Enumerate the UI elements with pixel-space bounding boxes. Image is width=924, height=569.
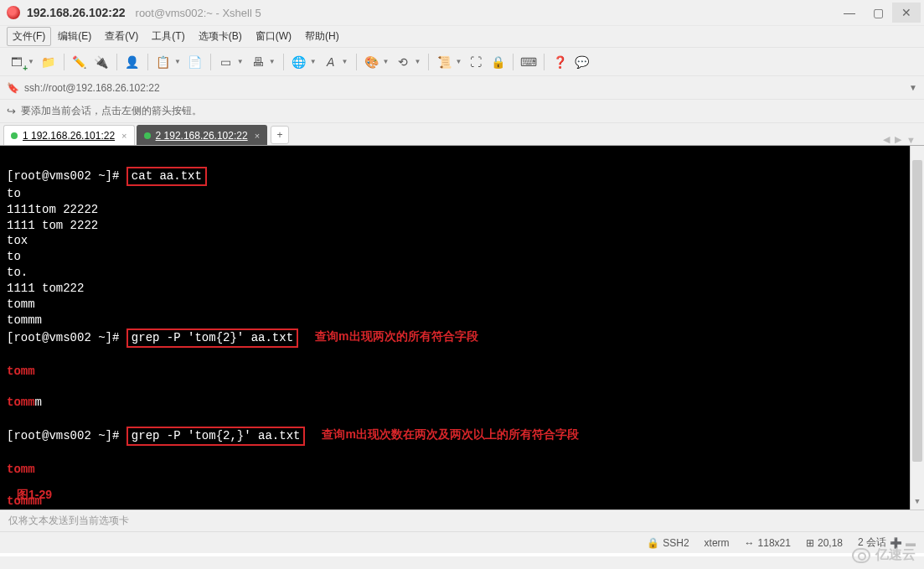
menu-window[interactable]: 窗口(W) [249, 27, 298, 46]
status-hint: 仅将文本发送到当前选项卡 [0, 510, 924, 531]
titlebar: 192.168.26.102:22 root@vms002:~ - Xshell… [0, 0, 924, 25]
status-dot-icon [144, 132, 151, 139]
close-button[interactable]: ✕ [892, 3, 921, 23]
minimize-button[interactable]: — [835, 3, 864, 23]
tab-next-icon[interactable]: ▶ [895, 134, 901, 145]
toolbar: 🗔+▼ 📁 ✏️ 🔌 👤 📋▼ 📄 ▭▼ 🖶▼ 🌐▼ A▼ 🎨▼ ⟲▼ 📜▼ ⛶… [0, 47, 924, 75]
status-dot-icon [11, 132, 18, 139]
hint-arrow-icon[interactable]: ↪ [7, 105, 16, 117]
add-tab-button[interactable]: + [271, 126, 289, 144]
scroll-thumb[interactable] [912, 160, 922, 462]
tab-menu-icon[interactable]: ▼ [906, 135, 916, 145]
menu-tabs[interactable]: 选项卡(B) [192, 27, 249, 46]
highlighted-command: grep -P 'tom{2,}' aa.txt [126, 427, 306, 446]
hint-bar: ↪ 要添加当前会话，点击左侧的箭头按钮。 [0, 99, 924, 122]
prompt: [root@vms002 ~]# [7, 331, 119, 344]
grep-result: tommm [7, 395, 917, 411]
output-line: to [7, 250, 21, 263]
output-line: to [7, 187, 21, 200]
keyboard-icon[interactable]: ⌨ [519, 52, 539, 72]
terminal-scrollbar[interactable]: ▲ ▼ [910, 146, 924, 510]
resize-icon: ↔ [745, 537, 755, 549]
tab-bar: 1 192.168.26.101:22 × 2 192.168.26.102:2… [0, 122, 924, 146]
grep-result: tommm [7, 494, 917, 510]
title-rest: root@vms002:~ - Xshell 5 [136, 7, 261, 19]
lock-icon[interactable]: 🔒 [488, 52, 508, 72]
menu-tools[interactable]: 工具(T) [145, 27, 191, 46]
tab-close-icon[interactable]: × [121, 131, 126, 141]
palette-icon[interactable]: 🎨 [362, 52, 382, 72]
reconnect-icon[interactable]: ✏️ [70, 52, 90, 72]
find-icon[interactable]: ▭ [216, 52, 236, 72]
grid-icon: ⊞ [806, 537, 814, 549]
highlighted-command: grep -P 'tom{2}' aa.txt [126, 328, 298, 348]
output-line: tomm [7, 297, 35, 311]
status-proto: 🔒SSH2 [647, 537, 689, 549]
output-line: 1111 tom 2222 [7, 219, 98, 232]
hint-text: 要添加当前会话，点击左侧的箭头按钮。 [21, 104, 202, 118]
scroll-down-icon[interactable]: ▼ [911, 495, 924, 510]
grep-result: tomm [7, 364, 917, 380]
chat-icon[interactable]: 💬 [571, 52, 591, 72]
menubar: 文件(F) 编辑(E) 查看(V) 工具(T) 选项卡(B) 窗口(W) 帮助(… [0, 25, 924, 47]
figure-label: 图1-29 [17, 487, 52, 503]
fullscreen-icon[interactable]: ⛶ [466, 52, 486, 72]
output-line: 1111 tom222 [7, 282, 84, 295]
output-line: tommm [7, 313, 42, 327]
maximize-button[interactable]: ▢ [864, 3, 892, 23]
prompt: [root@vms002 ~]# [7, 169, 119, 183]
bookmark-icon[interactable]: 🔖 [7, 82, 19, 94]
title-ip: 192.168.26.102:22 [27, 6, 126, 19]
output-line: 1111tom 22222 [7, 203, 98, 216]
tab-label: 1 192.168.26.101:22 [23, 130, 115, 142]
font-icon[interactable]: A [321, 52, 341, 72]
status-hint-text: 仅将文本发送到当前选项卡 [8, 514, 129, 528]
annotation: 查询m出现次数在两次及两次以上的所有符合字段 [322, 427, 578, 442]
globe-icon[interactable]: 🌐 [289, 52, 309, 72]
disconnect-icon[interactable]: 🔌 [91, 52, 111, 72]
menu-help[interactable]: 帮助(H) [298, 27, 346, 46]
status-term: xterm [705, 537, 730, 549]
refresh-icon[interactable]: ⟲ [393, 52, 413, 72]
output-line: tox [7, 234, 28, 247]
app-icon [7, 6, 20, 19]
tab-nav: ◀ ▶ ▼ [883, 134, 916, 145]
session-tab-1[interactable]: 1 192.168.26.101:22 × [3, 125, 135, 145]
highlighted-command: cat aa.txt [126, 167, 207, 186]
profile-icon[interactable]: 👤 [122, 52, 142, 72]
tab-label: 2 192.168.26.102:22 [156, 130, 248, 142]
status-size: ↔118x21 [745, 537, 791, 549]
new-session-icon[interactable]: 🗔+ [7, 52, 27, 72]
address-text[interactable]: ssh://root@192.168.26.102:22 [24, 82, 909, 94]
cloud-icon [852, 548, 870, 563]
menu-file[interactable]: 文件(F) [7, 27, 51, 46]
annotation: 查询m出现两次的所有符合字段 [315, 328, 477, 344]
script-icon[interactable]: 📜 [434, 52, 454, 72]
watermark: 亿速云 [852, 546, 916, 564]
status-pos: ⊞20,18 [806, 537, 843, 549]
menu-view[interactable]: 查看(V) [98, 27, 145, 46]
print-icon[interactable]: 🖶 [248, 52, 268, 72]
output-line: to. [7, 266, 28, 279]
prompt: [root@vms002 ~]# [7, 429, 119, 442]
paste-icon[interactable]: 📄 [185, 52, 205, 72]
menu-edit[interactable]: 编辑(E) [51, 27, 98, 46]
tab-close-icon[interactable]: × [255, 131, 260, 141]
open-folder-icon[interactable]: 📁 [39, 52, 59, 72]
status-bar: 🔒SSH2 xterm ↔118x21 ⊞20,18 2 会话 ➕ ▬ [0, 531, 924, 556]
grep-result: tomm [7, 462, 917, 478]
lock-small-icon: 🔒 [647, 537, 659, 549]
terminal[interactable]: [root@vms002 ~]# cat aa.txt to 1111tom 2… [0, 146, 924, 510]
help-icon[interactable]: ❓ [550, 52, 570, 72]
tab-prev-icon[interactable]: ◀ [883, 134, 890, 145]
session-tab-2[interactable]: 2 192.168.26.102:22 × [137, 125, 268, 145]
address-bar: 🔖 ssh://root@192.168.26.102:22 ▼ [0, 75, 924, 99]
copy-icon[interactable]: 📋 [153, 52, 173, 72]
address-dropdown-icon[interactable]: ▼ [909, 83, 917, 92]
window-controls: — ▢ ✕ [835, 3, 921, 23]
